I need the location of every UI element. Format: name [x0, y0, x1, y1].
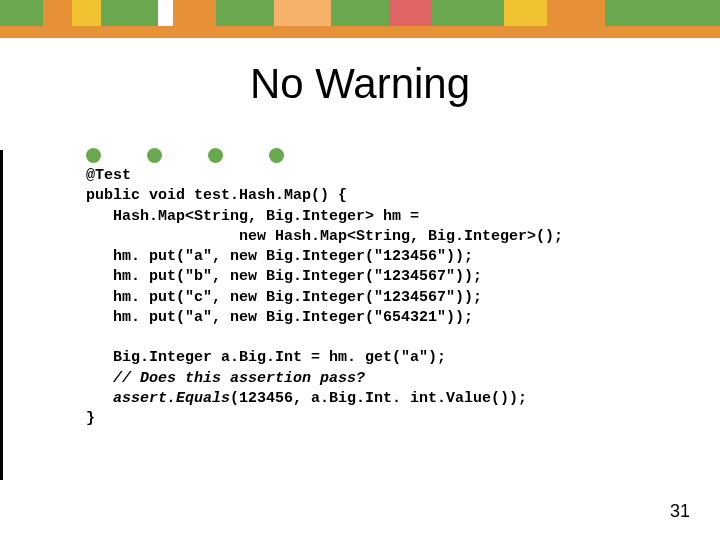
- code-text: hm. put("a",: [86, 248, 230, 265]
- code-text: hm. put("a",: [86, 309, 230, 326]
- keyword: new: [230, 268, 257, 285]
- code-text: Big.Integer("1234567"));: [257, 268, 482, 285]
- code-text: assert.Equals: [86, 390, 230, 407]
- dot-icon: [269, 148, 284, 163]
- code-text: hm. put("b",: [86, 268, 230, 285]
- code-text: test.Hash.Map() {: [185, 187, 347, 204]
- dot-icon: [208, 148, 223, 163]
- code-text: Hash.Map<String, Big.Integer>();: [266, 228, 563, 245]
- code-block: @Test public void test.Hash.Map() { Hash…: [86, 166, 676, 429]
- comment: // Does this assertion pass?: [86, 370, 365, 387]
- left-rule: [0, 150, 3, 480]
- code-line: }: [86, 410, 95, 427]
- code-line: @Test: [86, 167, 131, 184]
- dot-icon: [147, 148, 162, 163]
- keyword: new: [230, 289, 257, 306]
- code-line: Hash.Map<String, Big.Integer> hm =: [86, 208, 419, 225]
- keyword: new: [230, 309, 257, 326]
- code-text: Big.Integer("1234567"));: [257, 289, 482, 306]
- slide-title: No Warning: [0, 60, 720, 108]
- banner-underline: [0, 26, 720, 38]
- keyword: new: [230, 248, 257, 265]
- code-text: (123456, a.Big.Int. int.Value());: [230, 390, 527, 407]
- code-text: hm. put("c",: [86, 289, 230, 306]
- page-number: 31: [670, 501, 690, 522]
- keyword: public void: [86, 187, 185, 204]
- code-text: Big.Integer("123456"));: [257, 248, 473, 265]
- bullet-dots: [86, 148, 284, 163]
- code-text: [86, 228, 239, 245]
- top-banner: [0, 0, 720, 26]
- keyword: new: [239, 228, 266, 245]
- code-text: Big.Integer("654321"));: [257, 309, 473, 326]
- slide: No Warning @Test public void test.Hash.M…: [0, 0, 720, 540]
- code-line: Big.Integer a.Big.Int = hm. get("a");: [86, 349, 446, 366]
- dot-icon: [86, 148, 101, 163]
